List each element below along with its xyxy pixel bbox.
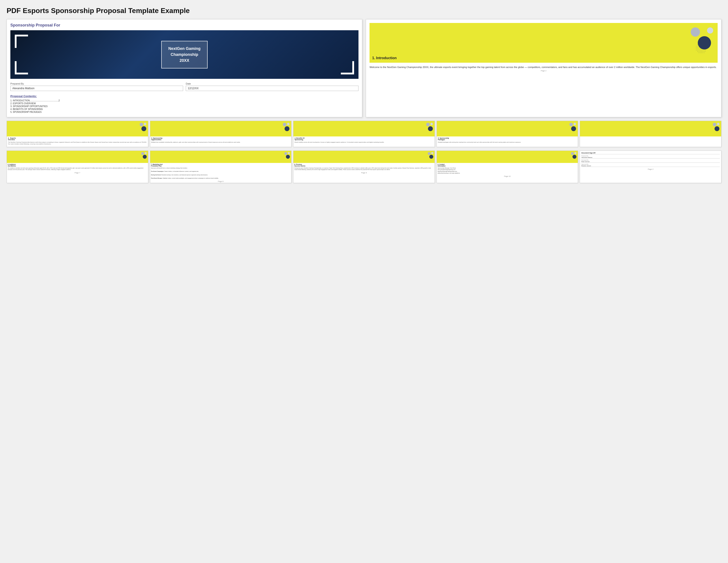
bs7-body: Sponsors will benefit from a robust mark…: [150, 167, 291, 180]
bs9-title: 9. ContactInformation: [437, 163, 578, 167]
bottom-slide-8: 8. PreviousSuccess Stories During last y…: [293, 150, 435, 183]
ss2-page: [7, 146, 148, 147]
prepared-by-label: Prepared By: [10, 82, 183, 85]
bs6-yellow: [7, 151, 148, 163]
event-name-line3: 20XX: [168, 58, 201, 64]
bs8-title: 8. PreviousSuccess Stories: [293, 163, 435, 167]
ss5-body: Detailed packages with pricing tiers sta…: [437, 140, 578, 144]
bs6-title: 6. AudienceAnd Metrics: [7, 163, 148, 167]
ss2-circle-med: [140, 123, 143, 126]
bs8-yellow: [293, 151, 435, 163]
toc-item: 1. INTRODUCTION.........................…: [10, 99, 358, 102]
signoff-reviewed-label: Reviewed By:: [581, 159, 720, 161]
intro-slide: 1. Introduction Welcome to the NextGen G…: [366, 19, 721, 117]
small-slide-5: 5. SponsorshipPackages Detailed packages…: [437, 121, 578, 147]
toc-item: 5. SPONSORSHIP PACKAGES: [10, 111, 358, 113]
bracket-bl-decoration: [15, 61, 28, 74]
bs6-circle-sm: [145, 152, 147, 154]
bs8-circle-big: [429, 155, 433, 159]
circle-dot-pattern: [696, 43, 707, 54]
ss4-title: 4. Benefits OfSponsoring: [293, 136, 435, 140]
ss4-circle-big: [428, 126, 433, 131]
intro-yellow-header: 1. Introduction: [370, 23, 718, 63]
ss2-body: The NextGen Gaming Championship features…: [7, 140, 148, 146]
bs8-page: Page 9: [293, 171, 435, 174]
small-slide-2: 2. EsportsOverview The NextGen Gaming Ch…: [7, 121, 148, 147]
signoff-approved-label: Approved By:: [581, 164, 720, 165]
bs9-circle-sm: [574, 152, 576, 154]
circle-small: [707, 27, 713, 34]
bs7-circle-med: [284, 152, 287, 155]
bs6-page: Page 7: [7, 171, 148, 174]
small-slide-4: 4. Benefits OfSponsoring Brand visibilit…: [293, 121, 435, 147]
date-label: Date: [186, 82, 358, 85]
bottom-slide-6: 6. AudienceAnd Metrics Our audience memb…: [7, 150, 148, 183]
event-name-line1: NextGen Gaming: [168, 46, 201, 52]
bottom-slide-9: 9. ContactInformation Sponsorship Manage…: [437, 150, 578, 183]
bs9-contact-body: Sponsorship Manager: Avis Perez Avis.per…: [437, 167, 578, 175]
ss6-circle-med-prev: [713, 123, 716, 126]
intro-number: 1.: [372, 56, 375, 60]
bs8-circle-med: [428, 152, 431, 155]
bs9-yellow: [437, 151, 578, 163]
bottom-slide-signoff: Document Sign-Off Prepared By: Alexandra…: [580, 150, 721, 183]
ss4-body: Brand visibility across all event touchp…: [293, 140, 435, 144]
bs9-page: Page 10: [437, 175, 578, 178]
signoff-title: Document Sign-Off: [581, 152, 720, 154]
signoff-page: Page 2: [581, 168, 720, 171]
ss4-circle-med: [426, 123, 430, 126]
bs7-title: 7. Marketing AndPromotion Plan: [150, 163, 291, 167]
bs6-circle-med: [141, 152, 144, 155]
date-group: Date 12/12/XX: [186, 82, 358, 91]
bottom-slide-7: 7. Marketing AndPromotion Plan Sponsors …: [150, 150, 292, 183]
ss3-title: 3. SponsorshipOpportunities: [150, 136, 291, 140]
bracket-br-decoration: [341, 61, 354, 74]
prepared-by-value: Alexandra Mattson: [10, 86, 183, 91]
bs9-circle-med: [571, 152, 574, 155]
ss4-circle-sm: [430, 123, 433, 125]
prepared-by-group: Prepared By Alexandra Mattson: [10, 82, 183, 91]
ss5-circle-sm: [574, 123, 576, 125]
signoff-prepared-value: Alexandra Mattson: [581, 157, 720, 158]
date-value: 12/12/XX: [186, 86, 358, 91]
signoff-prepared-label: Prepared By:: [581, 155, 720, 156]
bs6-circle-big: [143, 155, 147, 159]
ss3-circle-med: [283, 123, 286, 126]
ss6-yellow-preview: [580, 121, 721, 136]
sponsorship-for-label: Sponsorship Proposal For: [10, 23, 358, 28]
ss2-title: 2. EsportsOverview: [7, 136, 148, 140]
bs7-circle-sm: [288, 152, 290, 154]
bracket-tl-decoration: [15, 35, 28, 48]
toc-item: 2. ESPORTS OVERVIEW: [10, 102, 358, 105]
ss3-body: Multiple tiers available including title…: [150, 140, 291, 144]
bs7-circle-big: [286, 155, 290, 159]
circle-medium: [691, 27, 700, 37]
ss3-yellow: [150, 121, 291, 136]
cover-event-title: NextGen Gaming Championship 20XX: [161, 41, 208, 68]
ss5-circle-big: [571, 126, 576, 131]
ss2-circle-sm: [144, 123, 146, 125]
bs7-page: Page 8: [150, 180, 291, 183]
page-2-indicator: Page 2: [370, 69, 718, 72]
ss6-circle-sm-prev: [717, 123, 719, 125]
ss6-body-preview: [580, 136, 721, 138]
signoff-prepared: Prepared By: Alexandra Mattson: [581, 155, 720, 158]
circles-decoration: [687, 25, 713, 60]
bs6-body: Our audience members are tech-savvy gami…: [7, 167, 148, 171]
signoff-approved-value: Brandon Janzen: [581, 165, 720, 167]
main-top-grid: Sponsorship Proposal For NextGen Gaming …: [7, 19, 721, 117]
toc-item: 4. BENEFITS OF SPONSORING: [10, 108, 358, 111]
intro-body-text: Welcome to the NextGen Gaming Championsh…: [370, 65, 718, 69]
signoff-reviewed: Reviewed By: Brian Gorman: [581, 159, 720, 163]
cover-slide: Sponsorship Proposal For NextGen Gaming …: [7, 19, 362, 117]
small-slide-3: 3. SponsorshipOpportunities Multiple tie…: [150, 121, 292, 147]
ss3-circle-big: [285, 126, 289, 131]
small-slide-6-preview: [580, 121, 721, 147]
cover-form-row: Prepared By Alexandra Mattson Date 12/12…: [10, 82, 358, 91]
signoff-approved: Approved By: Brandon Janzen: [581, 164, 720, 167]
bs8-body: During last year's NextGen Gaming Champi…: [293, 167, 435, 171]
ss4-yellow: [293, 121, 435, 136]
bs8-circle-sm: [431, 152, 433, 154]
ss2-circle-big: [141, 126, 146, 131]
small-slides-row: 2. EsportsOverview The NextGen Gaming Ch…: [7, 121, 721, 147]
